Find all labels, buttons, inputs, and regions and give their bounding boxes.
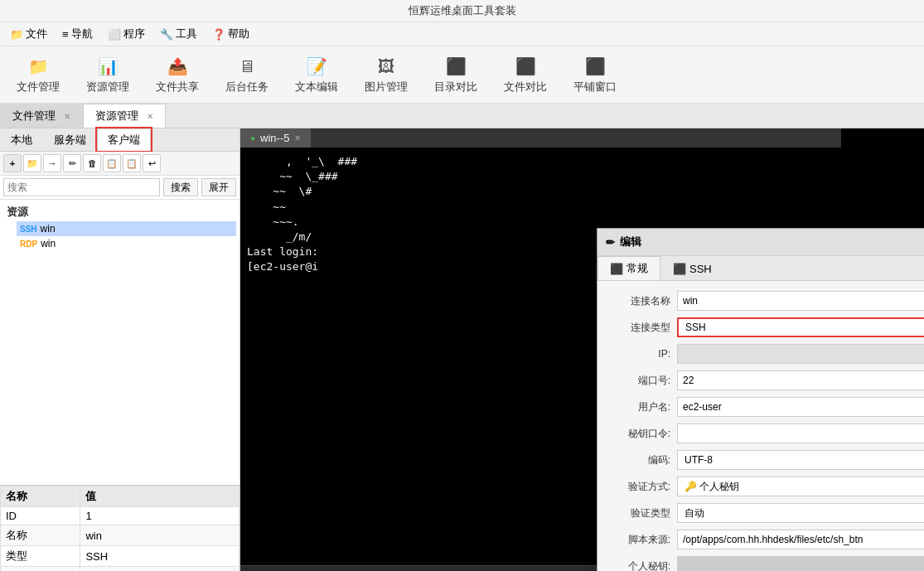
prop-type-label: 类型: [1, 546, 80, 567]
open-folder-button[interactable]: 📁: [23, 154, 41, 172]
private-key-container: ▲ ▼ ◀ ▶: [677, 556, 924, 571]
prop-name-value: win: [80, 525, 239, 546]
password-field-container: 👁 🔒: [677, 423, 924, 443]
ssh-icon: SSH: [20, 225, 37, 234]
auth-type-select[interactable]: 自动 手动: [677, 503, 924, 523]
menu-program[interactable]: ⬜ 程序: [104, 25, 148, 43]
ip-input[interactable]: [677, 344, 924, 364]
form-label-username: 用户名:: [611, 400, 677, 414]
image-manager-icon: 🖼: [373, 55, 399, 78]
properties-table: 名称 值 ID 1 名称 win 类型 SSH: [0, 485, 239, 571]
connection-type-select[interactable]: SSH RDP Telnet: [677, 317, 924, 337]
prop-host-value: 69.230.214.210: [80, 567, 239, 572]
password-input[interactable]: [677, 423, 924, 443]
table-row: 主机 69.230.214.210: [1, 567, 239, 572]
form-label-auth-method: 验证方式:: [611, 480, 677, 494]
left-tab-server[interactable]: 服务端: [43, 128, 97, 151]
search-bar: 搜索 展开: [0, 176, 239, 200]
tab-resource-manager[interactable]: 资源管理 ✕: [83, 104, 166, 128]
table-row: ID 1: [1, 507, 239, 525]
tab-file-manager[interactable]: 文件管理 ✕: [0, 104, 83, 128]
edit-modal: ✏ 编辑 ✕ ⬛ 常规 ⬛ SSH: [597, 228, 924, 571]
toolbar-tile-window[interactable]: ⬛ 平铺窗口: [567, 51, 623, 98]
private-key-textarea[interactable]: [677, 556, 924, 571]
form-label-script: 脚本来源:: [611, 533, 677, 547]
main-tab-bar: 文件管理 ✕ 资源管理 ✕: [0, 104, 924, 128]
form-row-port: 端口号:: [611, 370, 924, 390]
menu-help[interactable]: ❓ 帮助: [209, 25, 253, 43]
close-file-manager-tab[interactable]: ✕: [64, 112, 70, 121]
menu-tools[interactable]: 🔧 工具: [157, 25, 201, 43]
modal-tab-general[interactable]: ⬛ 常规: [597, 256, 660, 280]
paste-button[interactable]: 📋: [123, 154, 141, 172]
tree-root-label: 资源: [3, 203, 236, 221]
form-row-encoding: 编码: UTF-8 GBK: [611, 450, 924, 470]
add-resource-button[interactable]: +: [3, 154, 22, 172]
file-share-icon: 📤: [164, 55, 191, 78]
form-row-ip: IP:: [611, 344, 924, 364]
search-input[interactable]: [3, 178, 160, 196]
prop-id-label: ID: [1, 507, 80, 525]
terminal-section: ● win--5 ✕ , '_\ ### ~~ \_### ~~ \# ~~ ~…: [240, 128, 841, 571]
form-label-ip: IP:: [611, 348, 677, 360]
toolbar-file-share[interactable]: 📤 文件共享: [149, 51, 206, 98]
prop-host-label: 主机: [1, 567, 80, 572]
toolbar-image-manager[interactable]: 🖼 图片管理: [358, 51, 414, 98]
text-editor-icon: 📝: [303, 55, 330, 78]
form-label-encoding: 编码:: [611, 453, 677, 467]
prop-type-value: SSH: [80, 546, 239, 567]
username-input[interactable]: [677, 397, 924, 417]
table-row: 名称 win: [1, 525, 239, 546]
tree-item-ssh-win[interactable]: SSH win: [17, 221, 236, 236]
edit-button[interactable]: ✏: [63, 154, 81, 172]
delete-button[interactable]: 🗑: [83, 154, 101, 172]
form-row-auth-method: 验证方式: 🔑 个人秘钥 密码: [611, 477, 924, 496]
form-row-auth-type: 验证类型 自动 手动: [611, 503, 924, 523]
connection-name-input[interactable]: [677, 291, 924, 311]
search-button[interactable]: 搜索: [163, 178, 198, 196]
tree-area: 资源 SSH win RDP win: [0, 200, 239, 485]
form-row-type: 连接类型 SSH RDP Telnet: [611, 317, 924, 337]
auth-method-select[interactable]: 🔑 个人秘钥 密码: [677, 477, 924, 496]
form-row-private-key: 个人秘钥: ▲ ▼ ◀ ▶: [611, 556, 924, 571]
close-resource-manager-tab[interactable]: ✕: [147, 112, 153, 121]
toolbar-text-editor[interactable]: 📝 文本编辑: [288, 51, 345, 98]
general-tab-icon: ⬛: [610, 263, 623, 275]
left-tab-client[interactable]: 客户端: [97, 128, 151, 151]
modal-overlay: ✏ 编辑 ✕ ⬛ 常规 ⬛ SSH: [240, 128, 841, 571]
title-bar: 恒辉运维桌面工具套装: [0, 0, 924, 22]
toolbar-background-task[interactable]: 🖥 后台任务: [219, 51, 275, 98]
menu-file[interactable]: 📁 文件: [7, 25, 51, 43]
tile-window-icon: ⬛: [582, 55, 608, 78]
script-path-input[interactable]: [677, 530, 924, 549]
modal-tabs: ⬛ 常规 ⬛ SSH: [597, 256, 924, 281]
form-label-password: 秘钥口令:: [611, 427, 677, 441]
tree-item-rdp-win[interactable]: RDP win: [17, 236, 236, 251]
file-compare-icon: ⬛: [512, 55, 539, 78]
copy-button[interactable]: 📋: [103, 154, 121, 172]
modal-title: ✏ 编辑: [606, 235, 641, 249]
modal-tab-ssh[interactable]: ⬛ SSH: [660, 256, 724, 280]
toolbar: 📁 文件管理 📊 资源管理 📤 文件共享 🖥 后台任务 📝 文本编辑 🖼 图片管…: [0, 46, 924, 104]
toolbar-file-compare[interactable]: ⬛ 文件对比: [497, 51, 554, 98]
prop-name-label: 名称: [1, 525, 80, 546]
toolbar-resource-manager[interactable]: 📊 资源管理: [80, 51, 136, 98]
menu-nav[interactable]: ≡ 导航: [59, 25, 96, 43]
port-input[interactable]: [677, 370, 924, 390]
dir-compare-icon: ⬛: [443, 55, 469, 78]
props-col-value: 值: [80, 486, 239, 507]
toolbar-file-manager[interactable]: 📁 文件管理: [10, 51, 66, 98]
toolbar-dir-compare[interactable]: ⬛ 目录对比: [428, 51, 484, 98]
connect-button[interactable]: →: [43, 154, 61, 172]
edit-icon: ✏: [606, 236, 615, 249]
ssh-tab-icon: ⬛: [673, 263, 686, 275]
left-tab-local[interactable]: 本地: [0, 128, 43, 151]
form-label-type: 连接类型: [611, 321, 677, 335]
props-col-name: 名称: [1, 486, 80, 507]
rdp-icon: RDP: [20, 240, 37, 249]
encoding-select[interactable]: UTF-8 GBK: [677, 450, 924, 470]
undo-button[interactable]: ↩: [143, 154, 161, 172]
expand-button[interactable]: 展开: [201, 178, 236, 196]
form-row-script: 脚本来源: 浏览: [611, 530, 924, 549]
modal-header: ✏ 编辑 ✕: [597, 229, 924, 256]
